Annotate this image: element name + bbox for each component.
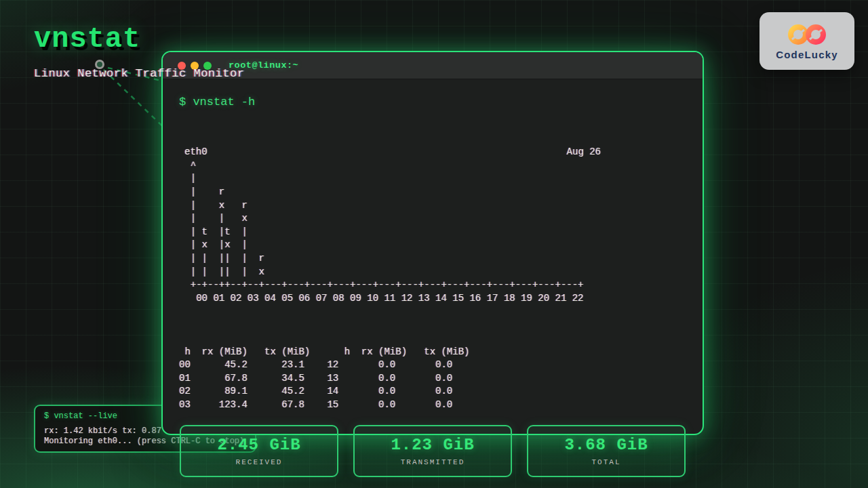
chart-date: Aug 26 bbox=[567, 146, 601, 159]
hourly-graph-ascii: ^ | | r | x r | | x | t |t | | x |x | | … bbox=[179, 159, 686, 306]
badge-label: CodeLucky bbox=[776, 49, 838, 60]
terminal-window: root@linux:~ $ vnstat -h eth0 Aug 26 ^ |… bbox=[161, 51, 704, 435]
chart-header: eth0 Aug 26 bbox=[179, 146, 601, 159]
transmitted-label: TRANSMITTED bbox=[401, 458, 465, 466]
received-value: 2.45 GiB bbox=[217, 436, 300, 454]
command-line: $ vnstat -h bbox=[179, 96, 686, 108]
transmitted-value: 1.23 GiB bbox=[391, 436, 474, 454]
page-title: vnstat bbox=[34, 23, 140, 56]
infinity-logo-icon bbox=[781, 22, 833, 47]
stat-cards-row: 2.45 GiB RECEIVED 1.23 GiB TRANSMITTED 3… bbox=[180, 425, 686, 477]
brand-badge: CodeLucky bbox=[760, 12, 854, 70]
transmitted-card: 1.23 GiB TRANSMITTED bbox=[353, 425, 512, 477]
hourly-table: h rx (MiB) tx (MiB) h rx (MiB) tx (MiB) … bbox=[179, 346, 686, 412]
received-label: RECEIVED bbox=[236, 458, 283, 466]
interface-name: eth0 bbox=[184, 146, 208, 159]
total-label: TOTAL bbox=[591, 458, 620, 466]
total-value: 3.68 GiB bbox=[564, 436, 648, 454]
received-card: 2.45 GiB RECEIVED bbox=[180, 425, 338, 477]
terminal-body: $ vnstat -h eth0 Aug 26 ^ | | r | x r | … bbox=[163, 79, 703, 477]
page-subtitle: Linux Network Traffic Monitor bbox=[34, 67, 244, 80]
total-card: 3.68 GiB TOTAL bbox=[527, 425, 686, 477]
